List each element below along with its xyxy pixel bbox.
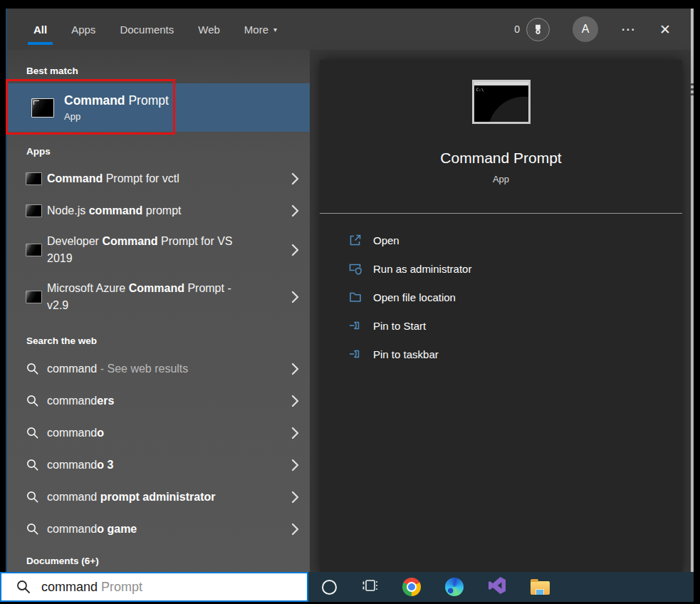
result-text-segment: o game <box>97 523 137 535</box>
result-text-segment: command <box>47 523 97 535</box>
result-label: commando 3 <box>47 457 113 474</box>
tab-more-label: More <box>244 24 268 36</box>
search-icon <box>26 522 47 536</box>
terminal-icon <box>26 291 47 303</box>
edge-icon[interactable] <box>445 578 464 596</box>
task-view-icon[interactable] <box>361 577 378 597</box>
tab-web[interactable]: Web <box>198 9 220 50</box>
taskbar <box>308 572 694 602</box>
web-search-row[interactable]: command - See web results <box>7 353 310 385</box>
chevron-right-icon[interactable] <box>291 523 299 536</box>
search-icon <box>16 579 31 595</box>
action-open-file-location[interactable]: Open file location <box>348 283 682 311</box>
result-text-segment: Microsoft Azure <box>47 282 129 294</box>
app-result-row[interactable]: Developer Command Prompt for VS 2019 <box>7 226 310 274</box>
apps-result-list: Command Prompt for vctl Node.js command … <box>7 162 310 321</box>
web-search-row[interactable]: commando 3 <box>7 449 310 481</box>
result-text-segment: command <box>47 427 97 439</box>
section-header-web: Search the web <box>7 321 310 353</box>
search-icon <box>26 490 47 504</box>
section-header-apps: Apps <box>7 132 310 162</box>
file-explorer-icon[interactable] <box>531 581 550 595</box>
result-label: commando <box>47 425 104 442</box>
action-pin-to-start[interactable]: Pin to Start <box>348 311 682 340</box>
result-text-segment: Command <box>102 235 157 247</box>
action-label: Pin to Start <box>373 320 426 332</box>
app-result-row[interactable]: Node.js command prompt <box>7 194 310 226</box>
preview-app-title: Command Prompt <box>440 150 561 167</box>
windows-search-flyout: All Apps Documents Web More▾ 0 A ⋯ ✕ <box>0 0 700 604</box>
web-search-row[interactable]: commando game <box>7 513 310 545</box>
open-icon <box>348 233 362 247</box>
open-file-location-icon <box>348 290 362 304</box>
search-input[interactable]: command Prompt <box>0 572 308 602</box>
action-open[interactable]: Open <box>348 226 682 254</box>
result-text-segment: command <box>89 204 143 217</box>
rewards-medal-icon <box>526 18 550 41</box>
result-label: Command Prompt for vctl <box>47 170 179 187</box>
rewards-button[interactable]: 0 <box>514 18 550 41</box>
best-match-result[interactable]: Command Prompt App <box>7 83 310 132</box>
search-icon <box>26 426 47 440</box>
web-search-row[interactable]: commanders <box>7 385 310 417</box>
tab-all[interactable]: All <box>33 9 47 50</box>
pin-icon <box>348 318 362 333</box>
preview-app-type: App <box>493 174 509 184</box>
icon-prompt-text: C:\ <box>476 87 484 92</box>
chrome-icon[interactable] <box>402 578 421 596</box>
best-match-title-rest: Prompt <box>125 93 169 108</box>
result-text-segment: - See web results <box>100 363 189 375</box>
result-label: Node.js command prompt <box>47 202 182 219</box>
tab-more[interactable]: More▾ <box>244 9 277 50</box>
result-text-segment: prompt administrator <box>100 491 216 503</box>
best-match-title: Command Prompt <box>64 93 169 109</box>
result-text-segment: prompt <box>142 204 181 217</box>
chevron-right-icon[interactable] <box>291 363 299 375</box>
filter-tabs: All Apps Documents Web More▾ <box>7 9 277 50</box>
rewards-count: 0 <box>514 24 520 35</box>
icon-body: C:\ <box>474 85 528 122</box>
result-text-segment: Developer <box>47 235 102 247</box>
result-text-segment: ers <box>97 395 114 407</box>
result-text-segment: Command <box>129 282 184 294</box>
avatar[interactable]: A <box>573 16 598 42</box>
chevron-right-icon[interactable] <box>291 427 299 439</box>
chevron-right-icon[interactable] <box>291 459 299 472</box>
action-run-as-administrator[interactable]: Run as administrator <box>348 254 682 283</box>
close-icon[interactable]: ✕ <box>659 23 671 36</box>
command-prompt-app-icon: C:\ <box>472 80 531 124</box>
scrollbar[interactable] <box>691 83 694 95</box>
chevron-right-icon[interactable] <box>291 395 299 407</box>
best-match-type: App <box>64 111 169 122</box>
search-icon <box>26 394 47 408</box>
cortana-icon[interactable] <box>322 580 337 595</box>
chevron-right-icon[interactable] <box>291 291 299 303</box>
tab-documents[interactable]: Documents <box>120 9 174 50</box>
more-options-icon[interactable]: ⋯ <box>621 22 637 36</box>
web-search-row[interactable]: command prompt administrator <box>7 481 310 513</box>
app-result-row[interactable]: Command Prompt for vctl <box>7 162 310 194</box>
visual-studio-icon[interactable] <box>488 576 506 598</box>
results-panel: Best match Command Prompt App Apps Comma… <box>7 50 310 573</box>
result-text-segment: o 3 <box>97 459 113 471</box>
action-pin-to-taskbar[interactable]: Pin to taskbar <box>348 340 682 368</box>
result-label: commanders <box>47 392 114 410</box>
chevron-right-icon[interactable] <box>291 172 299 185</box>
web-search-row[interactable]: commando <box>7 417 310 449</box>
search-typed-text: command <box>41 580 98 594</box>
terminal-icon <box>26 204 47 217</box>
action-list: Open Run as administrator Open file loca… <box>320 214 682 368</box>
result-text-segment: Command <box>47 172 103 184</box>
result-label: command - See web results <box>47 360 188 378</box>
action-label: Open <box>373 234 399 246</box>
chevron-right-icon[interactable] <box>291 204 299 217</box>
tab-apps[interactable]: Apps <box>71 9 95 50</box>
app-result-row[interactable]: Microsoft Azure Command Prompt - v2.9 <box>7 274 310 321</box>
web-result-list: command - See web results commanders com… <box>7 353 310 545</box>
section-header-best-match: Best match <box>7 50 310 83</box>
chevron-right-icon[interactable] <box>291 244 299 256</box>
search-content: Best match Command Prompt App Apps Comma… <box>7 50 691 573</box>
chevron-right-icon[interactable] <box>291 491 299 504</box>
result-text-segment: command <box>47 491 100 503</box>
result-text-segment: o <box>97 427 104 439</box>
